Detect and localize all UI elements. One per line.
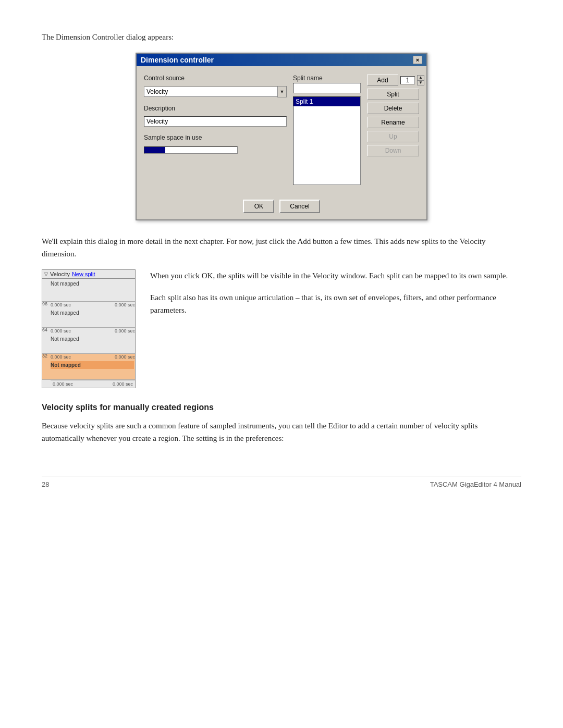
ok-button[interactable]: OK bbox=[243, 200, 274, 213]
velocity-split-row-32: 32 0.000 sec 0.000 sec Not mapped bbox=[42, 354, 135, 380]
velocity-split-body-96 bbox=[51, 317, 134, 325]
dialog-left-column: Control source Velocity ▼ Description Sa… bbox=[144, 75, 287, 185]
velocity-split-inner-32: Not mapped bbox=[51, 360, 135, 378]
split-name-field[interactable] bbox=[293, 83, 361, 93]
split-list-item[interactable]: Split 1 bbox=[293, 97, 360, 106]
manual-title: TASCAM GigaEditor 4 Manual bbox=[430, 480, 521, 488]
velocity-bottom-time-left: 0.000 sec bbox=[53, 381, 73, 387]
split-button[interactable]: Split bbox=[367, 89, 419, 100]
add-count-spinner: ▲ ▼ bbox=[417, 75, 424, 85]
intro-text: The Dimension Controller dialog appears: bbox=[42, 31, 521, 43]
velocity-window: ▽ Velocity New split Not mapped 96 0.000… bbox=[42, 269, 136, 388]
velocity-split-number-64: 64 bbox=[42, 328, 47, 332]
sample-space-label: Sample space in use bbox=[144, 134, 287, 141]
velocity-title-arrow: ▽ bbox=[44, 272, 48, 277]
control-source-label: Control source bbox=[144, 75, 287, 82]
velocity-titlebar: ▽ Velocity New split bbox=[42, 270, 135, 279]
sample-space-fill bbox=[144, 147, 165, 153]
velocity-bottom-time-right: 0.000 sec bbox=[113, 381, 133, 387]
down-button[interactable]: Down bbox=[367, 145, 419, 156]
velocity-splits-list: Not mapped 96 0.000 sec 0.000 sec Not ma… bbox=[42, 279, 135, 388]
velocity-new-split-text: New split bbox=[72, 271, 95, 277]
para2a-text: When you click OK, the splits will be vi… bbox=[150, 269, 521, 282]
dialog-middle-column: Split name Split 1 bbox=[293, 75, 361, 185]
velocity-time-96-right: 0.000 sec bbox=[115, 302, 135, 307]
split-name-label: Split name bbox=[293, 75, 361, 82]
velocity-time-32-left: 0.000 sec bbox=[51, 354, 71, 360]
velocity-split-inner-top: Not mapped bbox=[51, 279, 135, 294]
dialog-content-row: Control source Velocity ▼ Description Sa… bbox=[144, 75, 419, 185]
para1-text: We'll explain this dialog in more detail… bbox=[42, 235, 521, 260]
velocity-time-96-left: 0.000 sec bbox=[51, 302, 71, 307]
velocity-not-mapped-96: Not mapped bbox=[51, 309, 134, 317]
para2b-text: Each split also has its own unique artic… bbox=[150, 291, 521, 316]
velocity-split-body-32 bbox=[51, 369, 134, 377]
velocity-time-row-96: 0.000 sec 0.000 sec bbox=[51, 302, 135, 308]
split-list[interactable]: Split 1 bbox=[293, 96, 361, 185]
delete-button[interactable]: Delete bbox=[367, 103, 419, 114]
velocity-not-mapped-top: Not mapped bbox=[51, 280, 134, 288]
dialog-footer: OK Cancel bbox=[144, 195, 419, 213]
para3-text: Because velocity splits are such a commo… bbox=[42, 419, 521, 445]
velocity-time-64-left: 0.000 sec bbox=[51, 328, 71, 334]
dialog-body: Control source Velocity ▼ Description Sa… bbox=[137, 66, 426, 219]
velocity-time-row-64: 0.000 sec 0.000 sec bbox=[51, 328, 135, 334]
velocity-split-body-64 bbox=[51, 343, 134, 351]
velocity-not-mapped-32: Not mapped bbox=[51, 361, 134, 369]
sample-space-bar bbox=[144, 146, 238, 154]
section-heading: Velocity splits for manually created reg… bbox=[42, 403, 521, 412]
velocity-bottom-time-row: 0.000 sec 0.000 sec bbox=[51, 380, 135, 388]
add-row: Add ▲ ▼ bbox=[367, 75, 419, 86]
velocity-split-row-96: 96 0.000 sec 0.000 sec Not mapped bbox=[42, 302, 135, 328]
velocity-window-section: ▽ Velocity New split Not mapped 96 0.000… bbox=[42, 269, 521, 388]
control-source-select[interactable]: Velocity bbox=[144, 87, 277, 97]
spinner-down-button[interactable]: ▼ bbox=[417, 80, 424, 85]
velocity-split-inner-96: Not mapped bbox=[51, 308, 135, 326]
dimension-controller-dialog: Dimension controller × Control source Ve… bbox=[136, 53, 427, 220]
velocity-title-text: Velocity bbox=[50, 271, 70, 277]
dialog-title: Dimension controller bbox=[141, 56, 214, 64]
description-field[interactable] bbox=[144, 116, 287, 127]
control-source-wrapper: Velocity ▼ bbox=[144, 86, 287, 97]
velocity-split-inner-64: Not mapped bbox=[51, 334, 135, 352]
velocity-time-32-right: 0.000 sec bbox=[115, 354, 135, 360]
spinner-up-button[interactable]: ▲ bbox=[417, 75, 424, 80]
page-number: 28 bbox=[42, 480, 49, 488]
select-dropdown-arrow[interactable]: ▼ bbox=[277, 86, 287, 97]
right-text-column: When you click OK, the splits will be vi… bbox=[150, 269, 521, 326]
description-label: Description bbox=[144, 105, 287, 112]
add-button[interactable]: Add bbox=[367, 75, 398, 86]
velocity-not-mapped-64: Not mapped bbox=[51, 335, 134, 343]
dialog-right-column: Add ▲ ▼ Split Delete Rename Up Down bbox=[367, 75, 419, 185]
velocity-split-number-96: 96 bbox=[42, 302, 47, 306]
dialog-titlebar: Dimension controller × bbox=[137, 54, 426, 66]
cancel-button[interactable]: Cancel bbox=[279, 200, 320, 213]
velocity-time-row-32: 0.000 sec 0.000 sec bbox=[51, 354, 135, 360]
velocity-split-body-top bbox=[51, 288, 134, 293]
page-footer: 28 TASCAM GigaEditor 4 Manual bbox=[42, 476, 521, 488]
velocity-split-row-top: Not mapped bbox=[42, 279, 135, 302]
add-count-input[interactable] bbox=[400, 76, 415, 84]
close-button[interactable]: × bbox=[413, 56, 422, 64]
rename-button[interactable]: Rename bbox=[367, 117, 419, 128]
velocity-time-64-right: 0.000 sec bbox=[115, 328, 135, 334]
up-button[interactable]: Up bbox=[367, 131, 419, 142]
velocity-split-number-32: 32 bbox=[42, 354, 47, 359]
velocity-split-row-64: 64 0.000 sec 0.000 sec Not mapped bbox=[42, 328, 135, 354]
